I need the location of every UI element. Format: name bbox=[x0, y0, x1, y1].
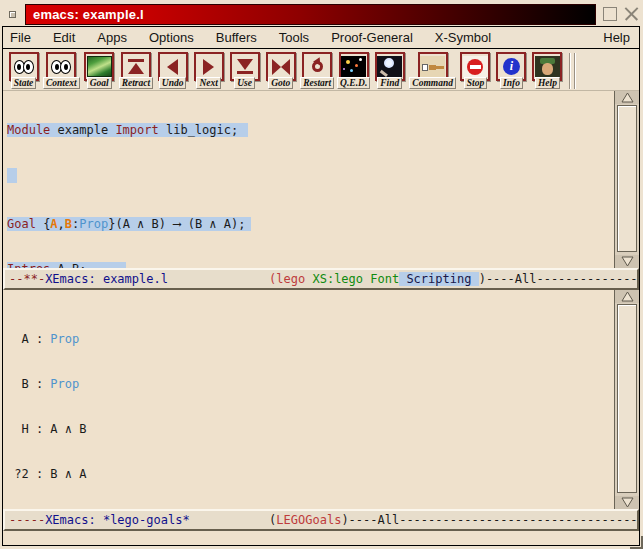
modeline-major-mode[interactable]: LEGOGoals bbox=[276, 513, 341, 527]
menu-options[interactable]: Options bbox=[149, 30, 194, 45]
close-button[interactable] bbox=[624, 7, 638, 21]
menu-x-symbol[interactable]: X-Symbol bbox=[435, 30, 491, 45]
scrollbar-track[interactable] bbox=[615, 303, 639, 496]
modeline-goals: -----XEmacs: *lego-goals* (LEGOGoals)---… bbox=[3, 509, 639, 531]
goals-line: ?2 : B ∧ A bbox=[7, 467, 614, 482]
toolbar-button-state[interactable]: State bbox=[7, 52, 40, 89]
goals-line: B : Prop bbox=[7, 377, 614, 392]
scrollbar-track[interactable] bbox=[615, 104, 639, 255]
goals-buffer[interactable]: A : Prop B : Prop H : A ∧ B ?2 : B ∧ A bbox=[3, 290, 614, 509]
modeline-xsymbol-mode[interactable]: XS:lego Font bbox=[305, 272, 399, 286]
xemacs-window: emacs: example.l File Edit Apps Options … bbox=[0, 0, 643, 549]
toolbar-button-restart[interactable]: Restart bbox=[300, 52, 334, 89]
toolbar-label: Use bbox=[234, 77, 255, 89]
window-content: File Edit Apps Options Buffers Tools Pro… bbox=[2, 26, 640, 546]
toolbar-label: Command bbox=[409, 77, 456, 89]
scrollbar-thumb[interactable] bbox=[617, 105, 637, 252]
goals-scrollbar bbox=[614, 290, 639, 509]
toolbar-label: Info bbox=[500, 77, 523, 89]
modeline-scripting-indicator[interactable]: Scripting bbox=[399, 272, 478, 286]
scroll-up-arrow[interactable] bbox=[615, 290, 639, 303]
scroll-up-arrow[interactable] bbox=[615, 91, 639, 104]
toolbar-button-goto[interactable]: Goto bbox=[264, 52, 297, 89]
modeline-modified-flags: --**- bbox=[9, 272, 45, 286]
toolbar-separator bbox=[569, 53, 570, 89]
toolbar: State Context Goal Retract Undo Next bbox=[3, 49, 639, 91]
menu-buffers[interactable]: Buffers bbox=[216, 30, 257, 45]
titlebar[interactable]: emacs: example.l bbox=[25, 4, 596, 25]
goals-line: H : A ∧ B bbox=[7, 422, 614, 437]
script-scrollbar bbox=[614, 91, 639, 268]
modeline-script: --**-XEmacs: example.l (lego XS:lego Fon… bbox=[3, 268, 639, 290]
toolbar-label: Undo bbox=[159, 77, 187, 89]
script-line: Module example Import lib_logic; bbox=[7, 123, 614, 138]
modeline-position: )----All--------------------------------… bbox=[341, 513, 639, 527]
toolbar-button-command[interactable]: Command bbox=[409, 52, 456, 89]
toolbar-label: Context bbox=[43, 77, 80, 89]
menu-apps[interactable]: Apps bbox=[97, 30, 127, 45]
modeline-buffer-id: XEmacs: *lego-goals* bbox=[45, 513, 190, 527]
menu-edit[interactable]: Edit bbox=[53, 30, 75, 45]
menu-tools[interactable]: Tools bbox=[279, 30, 309, 45]
modeline-modified-flags: ----- bbox=[9, 513, 45, 527]
scroll-down-arrow[interactable] bbox=[615, 496, 639, 509]
toolbar-button-help[interactable]: Help bbox=[531, 52, 564, 89]
toolbar-button-qed[interactable]: Q.E.D. bbox=[337, 52, 370, 89]
toolbar-label: Goal bbox=[87, 77, 112, 89]
toolbar-button-undo[interactable]: Undo bbox=[156, 52, 189, 89]
menubar: File Edit Apps Options Buffers Tools Pro… bbox=[3, 27, 639, 49]
window-title: emacs: example.l bbox=[26, 7, 144, 22]
titlebar-row: emacs: example.l bbox=[2, 3, 641, 25]
menu-proof-general[interactable]: Proof-General bbox=[331, 30, 413, 45]
modeline-major-mode[interactable]: (lego bbox=[269, 272, 305, 286]
menu-help[interactable]: Help bbox=[603, 30, 630, 45]
window-menu-button[interactable] bbox=[9, 11, 16, 18]
toolbar-button-next[interactable]: Next bbox=[192, 52, 225, 89]
toolbar-label: State bbox=[11, 77, 37, 89]
maximize-button[interactable] bbox=[603, 7, 617, 21]
toolbar-button-find[interactable]: Find bbox=[373, 52, 406, 89]
script-line: Goal {A,B:Prop}(A ∧ B) ⟶ (B ∧ A); bbox=[7, 217, 614, 232]
toolbar-label: Help bbox=[535, 77, 560, 89]
toolbar-button-context[interactable]: Context bbox=[43, 52, 80, 89]
script-buffer[interactable]: Module example Import lib_logic; Goal {A… bbox=[3, 91, 614, 268]
script-line bbox=[7, 168, 614, 187]
toolbar-button-info[interactable]: i Info bbox=[495, 52, 528, 89]
resize-corner[interactable] bbox=[630, 536, 643, 549]
toolbar-label: Retract bbox=[119, 77, 154, 89]
modeline-buffer-id: XEmacs: example.l bbox=[45, 272, 168, 286]
minibuffer[interactable] bbox=[3, 531, 639, 545]
toolbar-label: Goto bbox=[268, 77, 293, 89]
toolbar-label: Restart bbox=[300, 77, 334, 89]
menu-file[interactable]: File bbox=[10, 30, 31, 45]
toolbar-button-retract[interactable]: Retract bbox=[119, 52, 154, 89]
toolbar-button-stop[interactable]: Stop bbox=[459, 52, 492, 89]
toolbar-label: Find bbox=[377, 77, 402, 89]
toolbar-button-goal[interactable]: Goal bbox=[83, 52, 116, 89]
toolbar-label: Next bbox=[196, 77, 220, 89]
toolbar-label: Q.E.D. bbox=[337, 77, 370, 89]
toolbar-button-use[interactable]: Use bbox=[228, 52, 261, 89]
scroll-down-arrow[interactable] bbox=[615, 255, 639, 268]
scrollbar-thumb[interactable] bbox=[617, 304, 637, 493]
goals-line: A : Prop bbox=[7, 332, 614, 347]
modeline-position: ----All---------------------------------… bbox=[486, 272, 639, 286]
toolbar-separator bbox=[574, 53, 575, 89]
toolbar-label: Stop bbox=[464, 77, 487, 89]
